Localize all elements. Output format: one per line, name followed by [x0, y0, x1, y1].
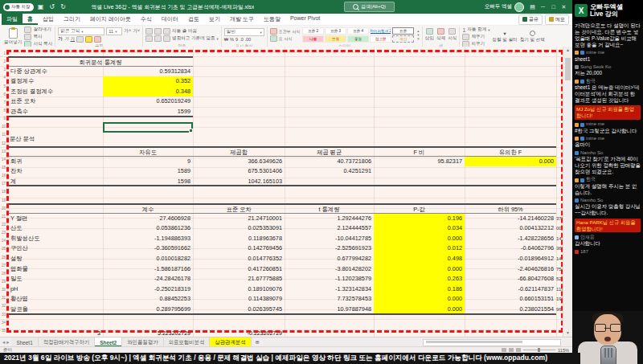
align-center-icon[interactable] — [154, 35, 162, 42]
ribbon-tab-12[interactable]: Power Pivot — [285, 14, 325, 25]
ribbon-tab-8[interactable]: 검토 — [183, 14, 204, 25]
search-input[interactable]: 검색(Alt+Q) — [344, 2, 395, 12]
gallery-scroll-arrows[interactable]: ▴▾≡ — [416, 29, 420, 41]
horizontal-scrollbar[interactable] — [423, 339, 561, 346]
zoom-level[interactable]: 115% — [558, 348, 569, 353]
zoom-slider[interactable] — [523, 350, 555, 350]
sort-filter-button[interactable]: ▼정렬 및 필터 — [493, 31, 518, 43]
cell-style-option[interactable]: 표준 3 — [325, 27, 346, 35]
vertical-scrollbar[interactable]: ▲ ▼ — [563, 47, 572, 337]
maximize-icon[interactable]: □ — [548, 4, 559, 10]
align-bottom-icon[interactable] — [163, 28, 170, 35]
ribbon-tab-1[interactable]: 파일 — [2, 14, 23, 25]
font-color-icon[interactable] — [94, 36, 101, 43]
align-top-icon[interactable] — [145, 28, 153, 35]
conditional-formatting-button[interactable]: 조건부 서식 — [270, 28, 300, 35]
ribbon-options-icon[interactable]: ▤ — [527, 4, 538, 10]
merge-center-button[interactable]: 병합하고 가운데 맞춤 — [172, 35, 215, 42]
fill-color-icon[interactable] — [85, 36, 92, 43]
comma-icon[interactable]: 9 — [235, 37, 238, 42]
cell-style-option[interactable]: 계산 — [392, 35, 414, 43]
insert-cells-button[interactable]: 삽입 — [425, 28, 434, 42]
page-break-view-icon[interactable] — [516, 348, 521, 352]
horizontal-scroll-thumb[interactable] — [426, 341, 522, 343]
align-right-icon[interactable] — [163, 35, 170, 42]
ribbon-tab-4[interactable]: 그리기 — [59, 14, 85, 25]
vertical-scroll-thumb[interactable] — [565, 58, 571, 80]
wrap-text-button[interactable]: 자동 줄 바꿈 — [172, 28, 197, 35]
ribbon-tab-9[interactable]: 보기 — [204, 14, 225, 25]
align-middle-icon[interactable] — [154, 28, 162, 35]
delete-cells-button[interactable]: 삭제 — [436, 28, 445, 42]
cell-style-option[interactable]: 나쁨 — [302, 35, 324, 43]
next-sheet-icon[interactable]: ▸ — [6, 339, 9, 346]
prev-sheet-icon[interactable]: ◂ — [2, 339, 5, 346]
format-as-table-label: 표 서식 — [279, 36, 292, 41]
chat-username: 187 — [575, 249, 641, 255]
autosave-toggle[interactable]: 자동 저장 — [3, 3, 34, 11]
cell-style-option[interactable]: 표준 2 — [302, 27, 324, 35]
percent-icon[interactable]: % — [230, 37, 234, 42]
ribbon-tab-6[interactable]: 수식 — [136, 14, 157, 25]
row-label: 염화물 — [8, 264, 103, 275]
paste-button[interactable]: 붙여넣기 — [4, 28, 22, 46]
cell-style-option[interactable]: 보통 — [325, 35, 346, 43]
minimize-icon[interactable]: ─ — [538, 4, 548, 10]
normal-view-icon[interactable] — [502, 348, 506, 352]
ribbon-tab-7[interactable]: 데이터 — [157, 14, 183, 25]
chat-username-text: mine me — [586, 50, 604, 55]
share-button[interactable]: 공유 — [518, 14, 543, 25]
fill-button[interactable]: 채우기 — [462, 34, 489, 40]
ribbon-tab-5[interactable]: 페이지 레이아웃 — [85, 14, 136, 25]
cut-button[interactable]: 잘라내기 — [24, 27, 52, 33]
format-as-table-button[interactable]: 표 서식 — [270, 35, 300, 42]
close-icon[interactable]: ✕ — [559, 4, 569, 10]
bold-icon[interactable]: 가 — [58, 36, 63, 43]
redo-icon[interactable]: ↻ — [59, 3, 68, 11]
cell: 27.4606928 — [103, 214, 193, 224]
italic-icon[interactable]: 가 — [64, 36, 69, 43]
cell-style-option[interactable]: 하이퍼링크 2 — [370, 27, 391, 35]
find-select-button[interactable]: 찾기 및 선택 — [520, 31, 545, 43]
font-size-combo[interactable]: 11▾ — [106, 27, 122, 35]
currency-icon[interactable]: ₩ — [224, 37, 228, 42]
shrink-font-icon[interactable]: 가˅ — [133, 28, 140, 35]
worksheet-grid[interactable]: 1234567891011121314151617181920212223242… — [0, 47, 572, 337]
row-number: 20 — [0, 205, 6, 213]
comments-button[interactable]: 메모 — [545, 14, 569, 25]
align-left-icon[interactable] — [145, 35, 153, 42]
account-menu[interactable]: 오빠두 엑셀 — [485, 2, 524, 12]
cell-style-option[interactable]: 좋음 — [347, 35, 369, 43]
cell: 0.186 — [374, 284, 465, 295]
border-icon[interactable] — [76, 36, 84, 43]
member-badge-icon — [575, 151, 579, 155]
cell-style-option[interactable]: 표준 4 — [347, 27, 369, 35]
cell: 0.053861236 — [103, 223, 193, 234]
number-format-combo[interactable]: 일반▾ — [224, 28, 264, 36]
undo-icon[interactable]: ↺ — [48, 3, 56, 11]
font-name-combo[interactable]: 맑은 고딕▾ — [58, 27, 104, 35]
copy-label: 복사 — [33, 34, 42, 40]
selected-cell[interactable] — [103, 122, 193, 133]
underline-icon[interactable]: 가 — [71, 36, 76, 43]
grow-font-icon[interactable]: 가˄ — [124, 28, 131, 35]
status-bar: 준비 115% — [0, 346, 572, 353]
save-icon[interactable]: ▣ — [37, 3, 45, 11]
scroll-up-icon[interactable]: ▲ — [563, 47, 572, 54]
excel-logo-icon: X — [575, 4, 588, 17]
ribbon-tab-3[interactable]: 삽입 — [38, 14, 59, 25]
ribbon-tab-10[interactable]: 개발 도구 — [225, 14, 259, 25]
format-cells-button[interactable]: 서식 — [448, 28, 457, 42]
stat-label: 결정계수 — [8, 76, 103, 87]
ribbon-tab-2[interactable]: 홈 — [23, 14, 38, 25]
chat-list[interactable]: 가격만으로도 다 설명이 된다는 것이네요. 다른 변수도 넣었을때 P-Val… — [572, 21, 643, 311]
row-label: 산도 — [8, 223, 103, 234]
page-layout-view-icon[interactable] — [509, 348, 514, 352]
cell-style-option[interactable]: 경고문 — [370, 35, 391, 43]
ribbon-tab-11[interactable]: 도움말 — [259, 14, 285, 25]
scroll-down-icon[interactable]: ▼ — [563, 329, 572, 337]
copy-button[interactable]: 복사 — [24, 34, 52, 40]
autosum-button[interactable]: ∑자동 합계▾ — [462, 27, 489, 33]
cell-style-option[interactable]: 표준 — [392, 27, 414, 35]
decimal-icons[interactable]: .0 .00 — [240, 37, 251, 42]
